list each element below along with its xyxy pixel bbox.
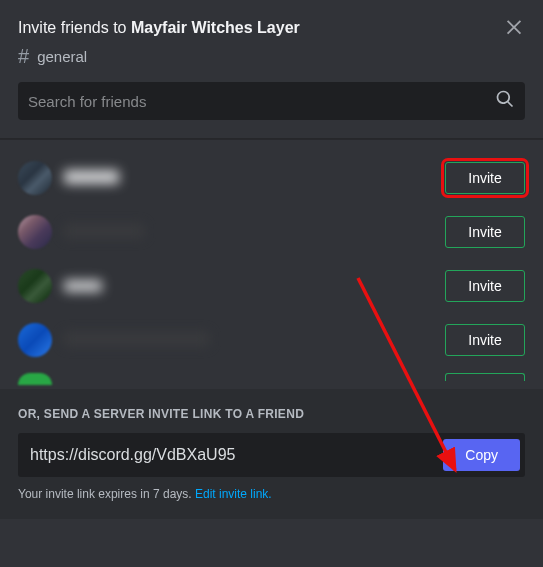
friend-name (64, 332, 445, 349)
avatar (18, 269, 52, 303)
invite-button[interactable]: Invite (445, 324, 525, 356)
avatar (18, 215, 52, 249)
friend-name (64, 278, 445, 295)
expire-message: Your invite link expires in 7 days. (18, 487, 195, 501)
friend-name (64, 224, 445, 241)
edit-invite-link[interactable]: Edit invite link. (195, 487, 272, 501)
avatar (18, 323, 52, 357)
invite-modal: Invite friends to Mayfair Witches Layer … (0, 0, 543, 567)
invite-button[interactable]: Invite (445, 216, 525, 248)
title-row: Invite friends to Mayfair Witches Layer (18, 18, 525, 39)
search-container (18, 82, 525, 120)
server-name: Mayfair Witches Layer (131, 19, 300, 36)
close-icon (503, 15, 525, 37)
invite-link-section: OR, SEND A SERVER INVITE LINK TO A FRIEN… (0, 389, 543, 519)
title-prefix: Invite friends to (18, 19, 131, 36)
friend-name (64, 170, 445, 187)
modal-header: Invite friends to Mayfair Witches Layer … (0, 0, 543, 120)
expire-text: Your invite link expires in 7 days. Edit… (18, 487, 525, 501)
friend-row-partial (18, 367, 525, 381)
invite-button-partial (445, 373, 525, 381)
invite-link-row: Copy (18, 433, 525, 477)
avatar (18, 161, 52, 195)
friend-row[interactable]: Invite (18, 151, 525, 205)
search-icon (495, 89, 515, 113)
friend-row[interactable]: Invite (18, 313, 525, 367)
channel-name: general (37, 48, 87, 65)
invite-button[interactable]: Invite (445, 162, 525, 194)
avatar (18, 373, 52, 385)
close-button[interactable] (501, 13, 527, 39)
invite-link-title: OR, SEND A SERVER INVITE LINK TO A FRIEN… (18, 407, 525, 421)
friend-row[interactable]: Invite (18, 205, 525, 259)
search-input[interactable] (28, 93, 495, 110)
friend-row[interactable]: Invite (18, 259, 525, 313)
hash-icon: # (18, 45, 29, 68)
friends-list[interactable]: Invite Invite Invite Invite (0, 139, 543, 381)
copy-button[interactable]: Copy (443, 439, 520, 471)
channel-indicator: # general (18, 45, 525, 68)
invite-button[interactable]: Invite (445, 270, 525, 302)
modal-title: Invite friends to Mayfair Witches Layer (18, 18, 300, 39)
invite-link-input[interactable] (30, 446, 443, 464)
